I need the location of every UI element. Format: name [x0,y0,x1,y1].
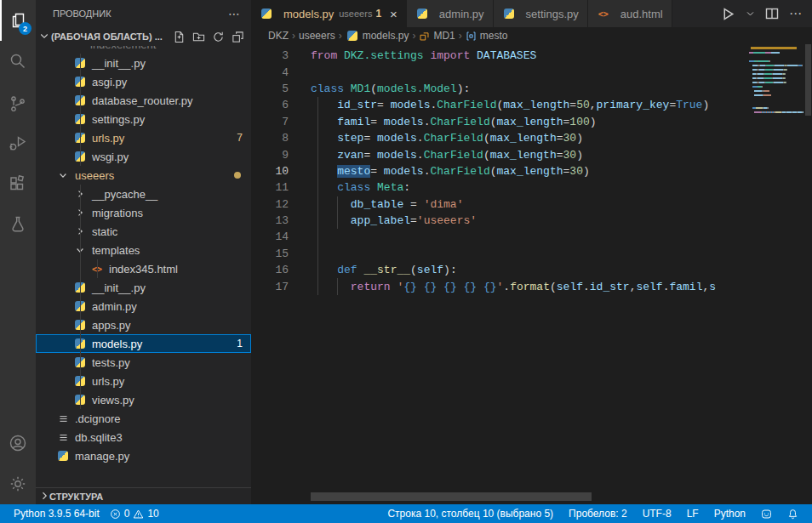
tree-item-asgi-py[interactable]: asgi.py [36,72,251,91]
activity-item-run-debug[interactable] [0,122,36,163]
activity-item-account[interactable] [0,423,36,463]
code-token: ): [443,264,457,276]
code-token: 'dima' [424,198,464,211]
code-token: zvan [337,149,363,162]
tree-item-database-roouter-py[interactable]: database_roouter.py [36,91,251,110]
code-token: {} [483,281,497,293]
activity-item-source-control[interactable] [0,82,36,122]
activity-item-search[interactable] [0,41,36,82]
code-token: app_label [351,214,410,227]
file-list-icon [56,412,70,425]
explorer-more-icon[interactable]: ⋯ [228,7,241,20]
code-token: class [337,181,377,194]
tab-settings-py[interactable]: settings.py [494,0,588,27]
tree-item-manage-py[interactable]: manage.py [36,446,251,465]
warning-count: 10 [147,508,158,520]
tab-models-py[interactable]: models.pyuseeers1× [251,0,407,27]
new-folder-icon[interactable] [192,31,205,43]
python-logo-icon [347,31,357,41]
code-editor[interactable]: 3from DKZ.settings import DATABASES45cla… [251,44,812,504]
activity-item-extensions[interactable] [0,163,36,204]
tree-item-clipped[interactable]: indexelement [36,46,251,54]
tree-item--dcignore[interactable]: .dcignore [36,409,251,428]
breadcrumb-item-md1[interactable]: MD1 [419,30,455,42]
activity-bar: 2 [0,0,36,504]
tree-item-templates[interactable]: templates [36,241,251,259]
collapse-all-icon[interactable] [232,31,244,43]
breadcrumb-item-useeers[interactable]: useeers [299,30,335,42]
tree-item-wsgi-py[interactable]: wsgi.py [36,147,251,166]
activity-item-explorer[interactable]: 2 [0,0,36,41]
tree-item--pycache-[interactable]: __pycache__ [36,185,251,203]
workspace-section-header[interactable]: (РАБОЧАЯ ОБЛАСТЬ) ... [36,27,251,46]
activity-item-settings-gear[interactable] [0,463,36,504]
breadcrumb-item-dkz[interactable]: DKZ [268,30,289,42]
cursor-position[interactable]: Строка 10, столбец 10 (выбрано 5) [382,508,558,520]
code-token: 50 [576,99,590,111]
tree-item--init-py[interactable]: __init__.py [36,278,251,297]
outline-section-header[interactable]: СТРУКТУРА [36,487,251,504]
tree-item-urls-py[interactable]: urls.py [36,372,251,390]
tree-item-settings-py[interactable]: settings.py [36,110,251,128]
line-number: 15 [251,247,289,260]
vertical-scrollbar[interactable] [805,44,811,116]
indent-guide [80,334,81,353]
tab-bar: models.pyuseeers1×admin.pysettings.py<>a… [251,0,812,27]
feedback-icon[interactable] [756,509,777,520]
minimap-segment [765,69,773,71]
refresh-icon[interactable] [212,31,225,43]
minimap-line [749,111,804,113]
notifications-bell-icon[interactable] [782,509,803,520]
breadcrumb-item-mesto[interactable]: mesto [466,30,508,42]
tree-item-label: urls.py [92,375,124,388]
tree-item-tests-py[interactable]: tests.py [36,353,251,372]
minimap-line [749,86,804,88]
tree-item-admin-py[interactable]: admin.py [36,297,251,316]
breadcrumb-item-models-py[interactable]: models.py [346,29,409,43]
indent-guide [80,185,81,203]
activity-item-testing[interactable] [0,204,36,245]
eol-setting[interactable]: LF [682,508,704,520]
tree-item-views-py[interactable]: views.py [36,390,251,409]
minimap-segment [785,73,786,75]
close-icon[interactable]: × [390,8,397,20]
tree-item-urls-py[interactable]: urls.py7 [36,128,251,147]
tree-item-index345-html[interactable]: <>index345.html [36,259,251,278]
encoding-setting[interactable]: UTF-8 [638,508,677,520]
minimap[interactable] [749,45,804,126]
indent-guide [317,196,318,213]
tree-item-models-py[interactable]: models.py1 [36,334,251,353]
tab-aud-html[interactable]: <>aud.html [588,0,672,27]
tab-admin-py[interactable]: admin.py [407,0,494,27]
minimap-segment [762,86,763,88]
tree-item--init-py[interactable]: __init__.py [36,54,251,72]
run-button[interactable] [721,7,735,21]
new-file-icon[interactable] [173,31,186,43]
indent-guide [80,54,81,72]
indent-guide [97,259,98,278]
split-editor-icon[interactable] [765,7,779,20]
tree-item-useeers[interactable]: useeers [36,166,251,185]
code-text: from DKZ.settings import DATABASES [311,49,536,62]
tree-item-static[interactable]: static [36,222,251,241]
tree-item-db-sqlite3[interactable]: db.sqlite3 [36,428,251,446]
line-number: 7 [251,116,289,128]
code-text: famil= models.CharField(max_length=100) [311,116,597,128]
more-actions-icon[interactable]: ⋯ [789,6,802,21]
python-interpreter[interactable]: Python 3.9.5 64-bit [9,508,105,520]
run-dropdown-chevron-icon[interactable] [746,9,755,19]
code-token: = [403,198,423,211]
breadcrumb: DKZ›useeers›models.py›MD1›mesto [251,27,812,44]
tree-item-apps-py[interactable]: apps.py [36,316,251,334]
workbench: 2 ПРОВОДНИК ⋯ (РАБОЧАЯ ОБЛАСТЬ) ... [0,0,812,504]
indent-guide [317,114,318,130]
problems-indicator[interactable]: 0 10 [105,508,164,520]
language-mode[interactable]: Python [709,508,751,520]
horizontal-scrollbar[interactable] [311,492,592,501]
indent-guide [337,278,338,294]
tree-item-label: tests.py [92,356,130,369]
indentation-setting[interactable]: Пробелов: 2 [563,508,632,520]
minimap-segment [754,94,762,96]
tree-item-migrations[interactable]: migrations [36,203,251,222]
code-token: CharField [430,116,489,128]
